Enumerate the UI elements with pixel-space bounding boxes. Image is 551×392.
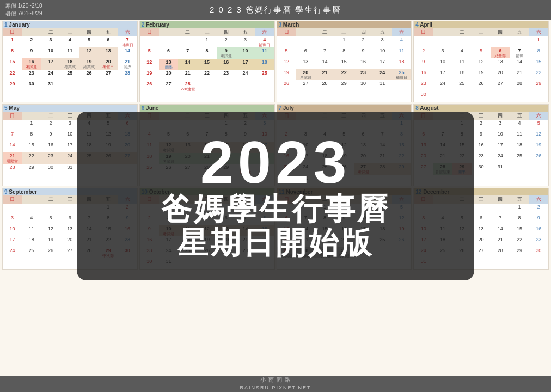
june-header: 6 June — [140, 105, 274, 112]
footer: 小 雨 問 路RAINSRU.PIXNET.NET — [0, 376, 551, 392]
overlay-year: 2023 — [200, 132, 351, 192]
month-april: 4 April 日一二三四五六 1 23456兒童節7補班8 910111213… — [413, 21, 549, 102]
august-header: 8 August — [414, 105, 548, 112]
overlay-title-line2: 星期日開始版 — [177, 226, 374, 260]
march-header: 3 March — [277, 21, 412, 28]
january-header: 1 January — [3, 21, 137, 28]
may-header: 5 May — [3, 105, 137, 112]
footer-text: 小 雨 問 路RAINSRU.PIXNET.NET — [240, 376, 311, 391]
april-header: 4 April — [414, 21, 548, 28]
month-january: 1 January 日一二三四五六 1 2 3 4 5 6 7補班日 8 9 1… — [2, 21, 138, 102]
overlay-title-line1: 爸媽學生行事曆 — [161, 192, 390, 226]
overlay: 2023 爸媽學生行事曆 星期日開始版 — [77, 112, 474, 280]
vacation-info: 寒假 1/20~2/10 暑假 7/01~8/29 — [5, 2, 42, 17]
month-march: 3 March 日一二三四五六 1234 567891011 121314151… — [277, 21, 412, 102]
header-title: 2 0 2 3 爸媽行事曆 學生行事曆 — [210, 5, 341, 15]
top-bar: 寒假 1/20~2/10 暑假 7/01~8/29 2 0 2 3 爸媽行事曆 … — [0, 0, 551, 20]
month-february: 2 February 日一二三四五六 123 4補班日 5 6 7 8 9考試週… — [139, 21, 275, 102]
july-header: 7 July — [277, 105, 412, 112]
february-header: 2 February — [140, 21, 274, 28]
calendar-container: 寒假 1/20~2/10 暑假 7/01~8/29 2 0 2 3 爸媽行事曆 … — [0, 0, 551, 392]
